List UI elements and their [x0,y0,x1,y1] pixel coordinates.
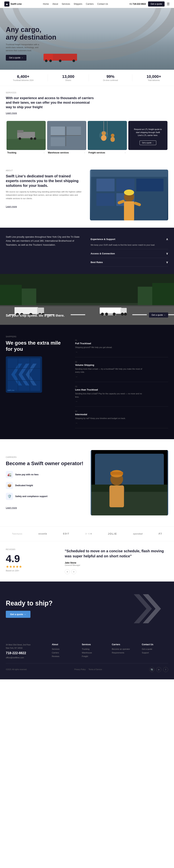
service-list: 01 Full Truckload Shipping ground? We he… [75,336,168,428]
stat-number-1: 13,000 [62,74,74,79]
hero-cta-button[interactable]: Get a quote → [6,55,27,61]
svg-rect-81 [110,472,123,475]
nav-services[interactable]: Services [62,3,70,5]
social-facebook[interactable]: f [163,667,168,672]
social-instagram[interactable]: 📷 [149,667,154,672]
highway-text-container: Set your ship speed. We'll get it there. [6,314,65,317]
services-intro: Services With our experience and access … [0,86,174,117]
svg-point-6 [19,137,21,140]
dark-card-cta[interactable]: Get a quote → [140,141,156,145]
svg-rect-29 [136,179,164,191]
accordion-header-1[interactable]: Access & Connection ∨ [91,249,168,258]
footer-link-2-1[interactable]: Requirements [112,652,138,654]
about-content: About Swift Line's dedicated team of tra… [6,169,84,220]
accordion-header-2[interactable]: Best Rates ∨ [91,258,168,267]
accordion-header-0[interactable]: Experience & Support ∧ [91,235,168,244]
services-tag: Services [6,92,168,94]
svg-rect-19 [101,135,106,141]
cta-button[interactable]: Get a quote → [6,611,30,618]
highway-cta-container: Get a quote → [149,312,168,317]
shippers-section: Shippers We goes the extra mile for you … [0,325,174,439]
rating-stars: ★★★★★ [6,564,58,569]
nav-home[interactable]: Home [43,3,49,5]
carriers-title: Become a Swift owner operator! [6,460,83,467]
hero-content: Any cargo, any destination Truckload fre… [6,26,56,61]
service-num-1: 02 [75,361,168,363]
about-learn-more[interactable]: Learn more [6,205,17,208]
logos-section: Twentysix scuola EDIT ▷ ◁ ◈ JOLIE openda… [0,526,174,541]
service-card-freight[interactable]: Freight services → [88,121,127,156]
accordion-item-1: Access & Connection ∨ [91,249,168,258]
carrier-feature-icon-1: 📦 [6,482,13,489]
freight-link[interactable]: → [124,152,126,154]
highway-cta-button[interactable]: Get a quote → [149,312,168,317]
footer-link-1-1[interactable]: Warehouse [82,652,108,654]
svg-point-63 [121,313,124,315]
services-learn-more[interactable]: Learn more [6,112,17,114]
terms-link[interactable]: Terms of Service [89,669,102,671]
footer-col-heading-1: Services [82,643,108,646]
footer-link-2-0[interactable]: Become an operator [112,648,138,650]
review-next-button[interactable]: › [71,569,76,574]
stat-number-0: 6,400+ [13,74,34,79]
review-quote: "Scheduled to move on a concise schedule… [65,549,168,559]
container-image: Swift Line [6,356,42,393]
service-card-warehouse[interactable]: Warehouse services → [47,121,86,156]
warehouse-image [47,121,86,150]
service-arrow-0: → [75,350,168,353]
svg-rect-33 [124,202,134,220]
review-prev-button[interactable]: ‹ [65,569,70,574]
accordion-label-1: Access & Connection [91,252,115,255]
warehouse-label: Warehouse services → [47,151,86,154]
trucking-link[interactable]: → [43,152,45,154]
shippers-left: Shippers We goes the extra mile for you … [6,336,68,428]
service-card-trucking[interactable]: Trucking → [6,121,46,156]
footer-link-3-0[interactable]: Get a quote [142,648,168,650]
footer-link-1-0[interactable]: Trucking [82,648,108,650]
footer-link-1-2[interactable]: Freight [82,655,108,657]
stats-bar: 6,400+ Truckload deliveries 2024 13,000 … [0,70,174,86]
privacy-policy-link[interactable]: Privacy Policy [74,669,85,671]
svg-point-8 [34,137,36,140]
about-title: Swift Line's dedicated team of trained e… [6,174,84,188]
carriers-content: Carriers Become a Swift owner operator! … [6,456,83,509]
carrier-feature-0: 🚛 Same pay with no fees [6,471,83,478]
carrier-feature-icon-2: 🛡️ [6,493,13,500]
logo[interactable]: Swift Line [4,1,22,6]
footer: 34 West 33rd Street, 2nd Floor New York,… [0,636,174,679]
nav-contact[interactable]: Contact Us [97,3,108,5]
svg-rect-47 [71,314,85,315]
nav-about[interactable]: About [53,3,58,5]
logo-icon [4,1,9,6]
carriers-image [91,450,168,516]
footer-link-0-0[interactable]: Services [52,648,78,650]
social-linkedin[interactable]: in [156,667,161,672]
hamburger-icon[interactable]: ☰ [167,2,170,6]
svg-rect-5 [17,130,23,133]
nav-carriers[interactable]: Carriers [86,3,94,5]
footer-col-2: Carriers Become an operatorRequirements [112,643,138,659]
nav-cta-button[interactable]: Get a quote [148,1,165,6]
carrier-feature-2: 🛡️ Safety and compliance support [6,493,83,500]
nav-shippers[interactable]: Shippers [74,3,82,5]
svg-rect-42 [152,283,174,308]
stat-total: 10,000+ Total deliveries [147,74,161,81]
hero-section: Any cargo, any destination Truckload fre… [0,8,174,70]
shippers-title: We goes the extra mile for you [6,340,68,352]
stat-number-2: 99% [103,74,118,79]
stat-ontime: 99% On-time confirmed [103,74,118,81]
review-author: Jake Stone General Manager [65,562,168,566]
navigation: Swift Line Home About Services Shippers … [0,0,174,8]
service-card-dark[interactable]: Request an LTL freight quote to start sh… [128,121,168,156]
stat-label-2: On-time confirmed [103,79,118,81]
carriers-learn-more[interactable]: Learn more [6,506,17,509]
cta-title: Ready to ship? [6,599,87,607]
service-name-0: Full Truckload [75,342,168,345]
footer-link-3-1[interactable]: Support [142,652,168,654]
stat-drivers: 13,000 Drivers [62,74,74,81]
author-name: Jake Stone [65,562,168,564]
warehouse-link[interactable]: → [83,152,85,154]
footer-link-0-1[interactable]: Carriers [52,652,78,654]
carriers-tag: Carriers [6,456,83,458]
footer-link-0-2[interactable]: Reviews [52,655,78,657]
